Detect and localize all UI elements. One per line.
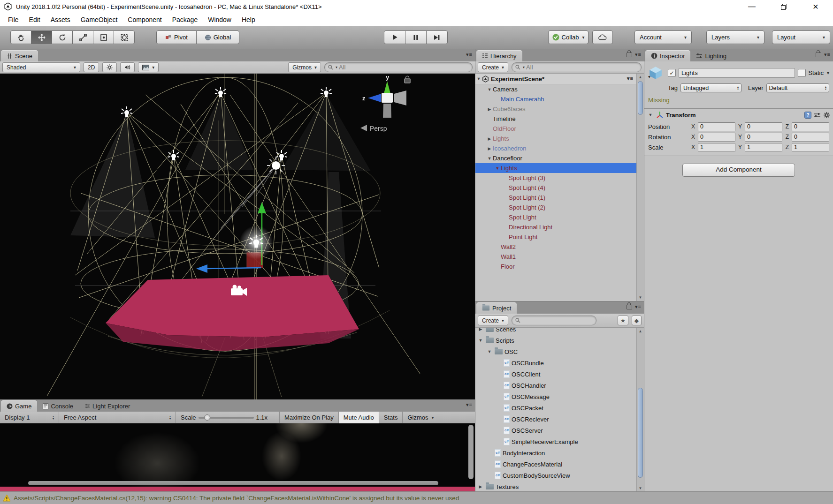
project-item-oscreciever[interactable]: OSCReciever <box>475 414 644 425</box>
tab-light-explorer[interactable]: Light Explorer <box>79 400 136 412</box>
static-checkbox[interactable] <box>798 69 806 77</box>
mute-audio-button[interactable]: Mute Audio <box>339 412 379 423</box>
2d-toggle-button[interactable]: 2D <box>84 62 99 72</box>
project-create-button[interactable]: Create▾ <box>478 316 508 325</box>
hierarchy-item-directional-light[interactable]: Directional Light <box>475 222 644 232</box>
gear-icon[interactable] <box>823 112 830 119</box>
project-item-oscserver[interactable]: OSCServer <box>475 425 644 436</box>
transform-header[interactable]: ▼ Transform ? <box>644 109 833 121</box>
game-panel-menu[interactable]: ▾≡ <box>466 402 473 408</box>
static-dropdown-arrow[interactable]: ▾ <box>827 70 829 75</box>
expander-arrow-icon[interactable]: ▼ <box>494 166 501 171</box>
layer-dropdown[interactable]: Default ▴▾ <box>766 83 830 92</box>
project-item-simplereceiverexample[interactable]: SimpleReceiverExample <box>475 436 644 447</box>
project-item-oscclient[interactable]: OSCClient <box>475 369 644 380</box>
hierarchy-item-cameras[interactable]: ▼Cameras <box>475 84 644 94</box>
gizmo-z-label[interactable]: z <box>362 95 366 102</box>
rotate-tool-button[interactable] <box>52 30 73 44</box>
menu-item-package[interactable]: Package <box>167 16 203 23</box>
menu-item-edit[interactable]: Edit <box>24 16 46 23</box>
hierarchy-item-point-light[interactable]: Point Light <box>475 232 644 242</box>
menu-item-window[interactable]: Window <box>203 16 237 23</box>
hierarchy-item-wall1[interactable]: Wall1 <box>475 252 644 262</box>
hierarchy-item-cube6faces[interactable]: ▶Cube6faces <box>475 104 644 114</box>
tag-dropdown[interactable]: Untagged ▴▾ <box>680 83 741 92</box>
layers-dropdown[interactable]: Layers▾ <box>706 30 764 44</box>
close-button[interactable]: × <box>810 2 821 11</box>
project-item-custombodysourceview[interactable]: CustomBodySourceView <box>475 470 644 481</box>
hierarchy-scrollbar-thumb[interactable] <box>638 81 643 115</box>
stats-button[interactable]: Stats <box>379 412 403 423</box>
menu-item-file[interactable]: File <box>3 16 24 23</box>
tab-hierarchy[interactable]: Hierarchy <box>476 50 522 61</box>
restore-button[interactable] <box>779 2 789 11</box>
tab-inspector[interactable]: Inspector <box>645 50 690 61</box>
expander-arrow-icon[interactable]: ▶ <box>486 146 493 151</box>
menu-item-gameobject[interactable]: GameObject <box>76 16 123 23</box>
rotation-z-field[interactable]: 0 <box>792 133 829 142</box>
scroll-up-icon[interactable]: ▲ <box>637 329 644 333</box>
position-y-field[interactable]: 0 <box>745 122 782 131</box>
scene-gizmos-dropdown[interactable]: Gizmos▾ <box>288 62 321 72</box>
hierarchy-item-icosahedron[interactable]: ▶Icosahedron <box>475 143 644 153</box>
hierarchy-item-lights[interactable]: ▶Lights <box>475 134 644 143</box>
scale-y-field[interactable]: 1 <box>745 143 782 152</box>
expander-arrow-icon[interactable]: ▼ <box>477 338 484 343</box>
gameobject-name-field[interactable]: Lights <box>679 68 795 78</box>
project-item-changefacesmaterial[interactable]: ChangeFacesMaterial <box>475 459 644 470</box>
aspect-dropdown[interactable]: Free Aspect ▴▾ <box>59 412 176 423</box>
game-viewport[interactable] <box>0 423 475 491</box>
hierarchy-scrollbar[interactable]: ▲ ▼ <box>636 74 644 301</box>
gizmo-y-label[interactable]: y <box>386 74 390 81</box>
tab-scene[interactable]: Scene <box>1 50 38 61</box>
hierarchy-item-spot-light[interactable]: Spot Light <box>475 212 644 222</box>
global-toggle-button[interactable]: Global <box>196 30 239 44</box>
expander-arrow-icon[interactable]: ▶ <box>477 484 484 489</box>
search-by-type-button[interactable]: ★ <box>618 316 628 325</box>
layout-dropdown[interactable]: Layout▾ <box>772 30 830 44</box>
search-by-label-button[interactable]: ◆ <box>632 316 642 325</box>
scale-tool-button[interactable] <box>72 30 93 44</box>
hierarchy-item-timeline[interactable]: Timeline <box>475 114 644 124</box>
hierarchy-item-spot-light-1-[interactable]: Spot Light (1) <box>475 193 644 203</box>
hierarchy-item-spot-light-4-[interactable]: Spot Light (4) <box>475 183 644 193</box>
hierarchy-item-spot-light-2-[interactable]: Spot Light (2) <box>475 203 644 212</box>
hierarchy-item-wall2[interactable]: Wall2 <box>475 242 644 252</box>
status-bar[interactable]: Assets/Scripts/ChangeFacesMaterial.cs(12… <box>0 491 833 504</box>
console-warning-message[interactable]: Assets/Scripts/ChangeFacesMaterial.cs(12… <box>14 495 459 502</box>
account-dropdown[interactable]: Account▾ <box>634 30 692 44</box>
scene-effects-dropdown[interactable]: ▾ <box>138 62 159 72</box>
scene-lighting-toggle[interactable] <box>102 62 117 72</box>
gameobject-icon-button[interactable]: ▾ <box>648 65 665 80</box>
preset-icon[interactable] <box>814 112 821 118</box>
gizmo-cube[interactable] <box>382 93 393 103</box>
scene-root-menu[interactable]: ▾≡ <box>627 75 634 82</box>
expander-arrow-icon[interactable]: ▶ <box>486 136 493 141</box>
scroll-down-icon[interactable]: ▼ <box>637 295 644 300</box>
scene-panel-menu[interactable]: ▾≡ <box>466 52 473 58</box>
hierarchy-lock-icon[interactable] <box>627 53 632 57</box>
menu-item-component[interactable]: Component <box>122 16 167 23</box>
scene-audio-toggle[interactable] <box>120 62 135 72</box>
project-item-osc[interactable]: ▼OSC <box>475 346 644 357</box>
scene-search-input[interactable]: ▾ All <box>324 62 473 72</box>
hierarchy-create-button[interactable]: Create▾ <box>478 62 508 72</box>
collab-button[interactable]: Collab ▾ <box>548 30 588 44</box>
project-lock-icon[interactable] <box>627 305 632 309</box>
scale-z-field[interactable]: 1 <box>792 143 829 152</box>
project-scrollbar[interactable]: ▲ ▼ <box>636 328 644 492</box>
game-gizmos-dropdown[interactable]: Gizmos▾ <box>403 412 439 423</box>
game-horizontal-scrollbar[interactable] <box>28 481 438 485</box>
cloud-services-button[interactable] <box>592 30 613 44</box>
tab-project[interactable]: Project <box>476 302 517 314</box>
play-button[interactable] <box>384 30 405 44</box>
step-button[interactable] <box>426 30 448 44</box>
scale-slider-knob[interactable] <box>204 414 210 421</box>
move-tool-button[interactable] <box>31 30 52 44</box>
hierarchy-item-spot-light-3-[interactable]: Spot Light (3) <box>475 173 644 183</box>
pivot-toggle-button[interactable]: Pivot <box>156 30 197 44</box>
hierarchy-item-main-camerahh[interactable]: Main Camerahh <box>475 94 644 104</box>
project-item-bodyinteraction[interactable]: BodyInteraction <box>475 447 644 459</box>
rect-tool-button[interactable] <box>93 30 114 44</box>
tab-lighting[interactable]: Lighting <box>690 50 732 61</box>
